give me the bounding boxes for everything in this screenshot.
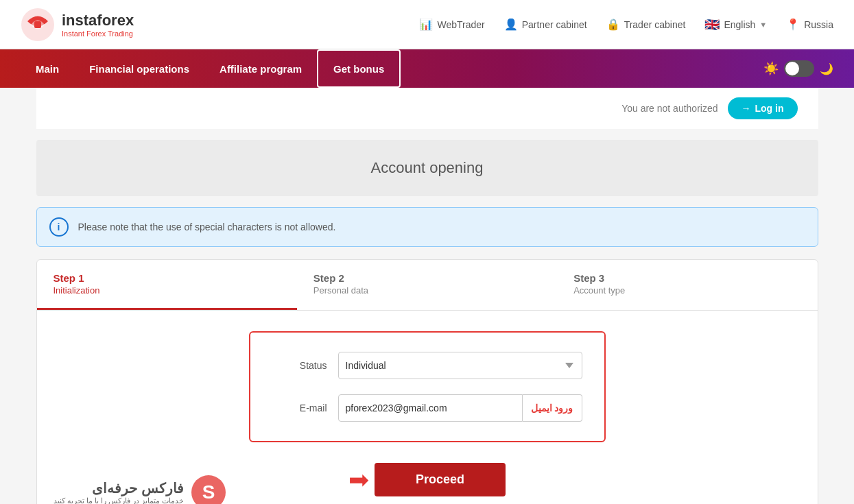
nav-left: Main Financial operations Affiliate prog… bbox=[21, 49, 401, 88]
toggle-knob bbox=[785, 62, 799, 75]
highlighted-form: Status Individual Corporate E-mail ورود … bbox=[249, 331, 606, 442]
step-2-sublabel: Personal data bbox=[313, 285, 541, 296]
step-2-tab[interactable]: Step 2 Personal data bbox=[297, 260, 557, 310]
info-notice-text: Please note that the use of special char… bbox=[78, 221, 336, 232]
auth-bar: You are not authorized → Log in bbox=[36, 88, 818, 129]
auth-status-text: You are not authorized bbox=[621, 103, 717, 114]
logo-text: instaforex Instant Forex Trading bbox=[62, 12, 134, 38]
step-3-tab[interactable]: Step 3 Account type bbox=[557, 260, 817, 310]
info-notice: i Please note that the use of special ch… bbox=[36, 207, 818, 247]
uk-flag-icon: 🇬🇧 bbox=[704, 17, 720, 32]
trader-cabinet-link[interactable]: 🔒 Trader cabinet bbox=[606, 18, 686, 31]
email-input[interactable] bbox=[338, 394, 523, 422]
nav-affiliate-program[interactable]: Affiliate program bbox=[204, 49, 317, 88]
step-1-sublabel: Initialization bbox=[54, 285, 281, 296]
step-1-tab[interactable]: Step 1 Initialization bbox=[37, 260, 297, 310]
svg-rect-1 bbox=[34, 21, 41, 28]
watermark: فارکس حرفه‌ای خدمات متمایز در فارکس را ب… bbox=[54, 475, 226, 504]
page-title: Account opening bbox=[56, 159, 799, 177]
email-input-area: ورود ایمیل bbox=[338, 394, 582, 422]
watermark-line2: خدمات متمایز در فارکس را با ما تجربه کنی… bbox=[54, 496, 184, 505]
steps-card: Step 1 Initialization Step 2 Personal da… bbox=[36, 259, 818, 504]
theme-toggle-area: ☀️ 🌙 bbox=[763, 60, 833, 77]
status-row: Status Individual Corporate bbox=[272, 352, 582, 379]
step-3-label: Step 3 bbox=[573, 272, 800, 284]
partner-cabinet-label: Partner cabinet bbox=[522, 19, 587, 30]
chart-icon: 📊 bbox=[419, 18, 433, 31]
step-1-label: Step 1 bbox=[54, 272, 281, 284]
main-content: You are not authorized → Log in Account … bbox=[23, 88, 832, 504]
email-badge: ورود ایمیل bbox=[523, 394, 582, 422]
account-banner: Account opening bbox=[36, 140, 818, 196]
watermark-text: فارکس حرفه‌ای خدمات متمایز در فارکس را ب… bbox=[54, 480, 184, 505]
chevron-down-icon: ▼ bbox=[759, 21, 767, 29]
location-label: Russia bbox=[804, 19, 833, 30]
nav-get-bonus[interactable]: Get bonus bbox=[317, 49, 401, 88]
watermark-logo-icon: S bbox=[191, 475, 226, 504]
email-label: E-mail bbox=[272, 403, 327, 413]
svg-text:S: S bbox=[202, 481, 215, 503]
watermark-line1: فارکس حرفه‌ای bbox=[54, 480, 184, 496]
top-bar: instaforex Instant Forex Trading 📊 WebTr… bbox=[0, 0, 854, 49]
email-row: E-mail ورود ایمیل bbox=[272, 394, 582, 422]
nav-main[interactable]: Main bbox=[21, 49, 74, 88]
language-label: English bbox=[724, 19, 755, 30]
step-3-sublabel: Account type bbox=[573, 285, 800, 296]
location-selector[interactable]: 📍 Russia bbox=[786, 18, 833, 31]
webtrader-link[interactable]: 📊 WebTrader bbox=[419, 18, 484, 31]
step-2-label: Step 2 bbox=[313, 272, 541, 284]
login-icon: → bbox=[742, 103, 751, 114]
location-icon: 📍 bbox=[786, 18, 800, 31]
language-selector[interactable]: 🇬🇧 English ▼ bbox=[704, 17, 767, 32]
form-area: Status Individual Corporate E-mail ورود … bbox=[37, 311, 818, 504]
top-nav: 📊 WebTrader 👤 Partner cabinet 🔒 Trader c… bbox=[419, 17, 833, 32]
person-icon: 👤 bbox=[504, 18, 518, 31]
info-icon: i bbox=[49, 217, 69, 237]
login-label: Log in bbox=[755, 103, 784, 114]
nav-bar: Main Financial operations Affiliate prog… bbox=[0, 49, 854, 88]
webtrader-label: WebTrader bbox=[437, 19, 484, 30]
status-label: Status bbox=[272, 360, 327, 371]
trader-cabinet-label: Trader cabinet bbox=[624, 19, 686, 30]
login-button[interactable]: → Log in bbox=[728, 97, 798, 119]
steps-header: Step 1 Initialization Step 2 Personal da… bbox=[37, 260, 818, 311]
lock-icon: 🔒 bbox=[606, 18, 620, 31]
arrow-right-icon: ➡ bbox=[348, 466, 369, 494]
nav-right: ☀️ 🌙 bbox=[763, 60, 833, 77]
nav-financial-operations[interactable]: Financial operations bbox=[74, 49, 204, 88]
partner-cabinet-link[interactable]: 👤 Partner cabinet bbox=[504, 18, 587, 31]
proceed-button[interactable]: Proceed bbox=[375, 463, 506, 496]
logo-name: instaforex bbox=[62, 12, 134, 29]
status-select[interactable]: Individual Corporate bbox=[338, 352, 582, 379]
moon-icon: 🌙 bbox=[820, 62, 833, 75]
logo-area: instaforex Instant Forex Trading bbox=[21, 8, 134, 42]
theme-toggle[interactable] bbox=[784, 60, 814, 77]
logo-tagline: Instant Forex Trading bbox=[62, 29, 134, 38]
sun-icon: ☀️ bbox=[763, 61, 779, 76]
logo-icon bbox=[21, 8, 55, 42]
